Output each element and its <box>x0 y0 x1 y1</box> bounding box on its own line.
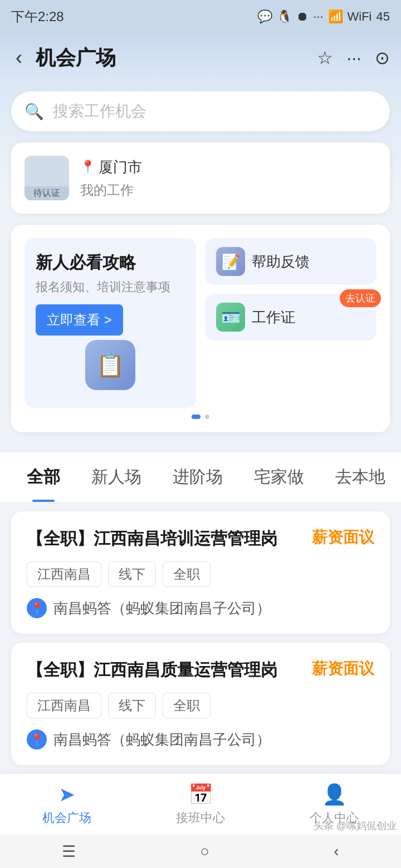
job-company-0: 📍南昌蚂答（蚂蚁集团南昌子公司） <box>27 598 374 618</box>
help-icon: 📝 <box>216 247 245 276</box>
dot-active <box>192 415 200 419</box>
jobs-list: 【全职】江西南昌培训运营管理岗薪资面议江西南昌线下全职📍南昌蚂答（蚂蚁集团南昌子… <box>11 511 390 774</box>
job-salary-1: 薪资面议 <box>312 658 374 679</box>
tab-item-新人场[interactable]: 新人场 <box>76 452 157 502</box>
banner-image: 📋 <box>36 340 185 394</box>
battery-icon: 45 <box>376 9 390 24</box>
more-dots-icon: ··· <box>313 9 323 24</box>
job-tag: 全职 <box>163 693 211 718</box>
cert-icon: 🪪 <box>216 303 245 332</box>
profile-location: 📍 厦门市 <box>80 157 376 177</box>
job-company-1: 📍南昌蚂答（蚂蚁集团南昌子公司） <box>27 729 374 749</box>
job-salary-0: 薪资面议 <box>312 527 374 548</box>
bottom-nav-icon-0: ➤ <box>58 783 75 806</box>
search-icon: 🔍 <box>25 102 44 121</box>
job-card-0[interactable]: 【全职】江西南昌培训运营管理岗薪资面议江西南昌线下全职📍南昌蚂答（蚂蚁集团南昌子… <box>11 511 390 634</box>
banner-title: 新人必看攻略 <box>36 251 185 274</box>
banner-cta-button[interactable]: 立即查看 > <box>36 304 123 336</box>
home-circle-icon[interactable]: ○ <box>200 842 209 860</box>
location-text: 厦门市 <box>99 157 142 177</box>
tab-item-去本地[interactable]: 去本地 <box>320 452 401 502</box>
nav-action-icons: ☆ ··· ⊙ <box>317 47 390 68</box>
signal-icon: 📶 <box>328 9 343 24</box>
job-title-0: 【全职】江西南昌培训运营管理岗 <box>27 527 305 550</box>
work-cert-card[interactable]: 🪪 工作证 去认证 <box>205 294 376 341</box>
menu-icon[interactable]: ☰ <box>62 842 76 861</box>
banner-illustration: 📋 <box>85 340 135 390</box>
bottom-nav-label-1: 接班中心 <box>176 810 225 826</box>
company-name: 南昌蚂答（蚂蚁集团南昌子公司） <box>53 730 271 749</box>
bottom-nav-icon-2: 👤 <box>322 783 347 806</box>
tab-item-全部[interactable]: 全部 <box>11 452 76 502</box>
system-bar: ☰ ○ ‹ <box>0 835 401 868</box>
search-input[interactable]: 搜索工作机会 <box>53 101 146 122</box>
banner-subtitle: 报名须知、培训注意事项 <box>36 279 185 295</box>
record-icon: ⏺ <box>296 9 309 24</box>
bottom-nav-item-接班中心[interactable]: 📅接班中心 <box>176 783 225 826</box>
system-back-icon[interactable]: ‹ <box>334 842 339 860</box>
wechat-icon: 💬 <box>257 9 272 24</box>
status-bar: 下午2:28 💬 🐧 ⏺ ··· 📶 WiFi 45 <box>0 0 401 33</box>
job-tag: 江西南昌 <box>27 561 101 587</box>
company-pin-icon: 📍 <box>27 598 47 618</box>
top-nav: ‹ 机会广场 ☆ ··· ⊙ <box>0 33 401 82</box>
status-icons: 💬 🐧 ⏺ ··· 📶 WiFi 45 <box>257 9 390 24</box>
status-time: 下午2:28 <box>11 8 64 26</box>
job-title-1: 【全职】江西南昌质量运营管理岗 <box>27 658 305 682</box>
tab-item-进阶场[interactable]: 进阶场 <box>157 452 238 502</box>
tab-item-宅家做[interactable]: 宅家做 <box>238 452 320 502</box>
job-tag: 江西南昌 <box>27 693 101 718</box>
avatar-badge: 待认证 <box>25 186 69 200</box>
company-pin-icon: 📍 <box>27 729 47 749</box>
page-title: 机会广场 <box>36 45 308 72</box>
job-tag: 全职 <box>163 561 211 587</box>
watermark: 头条 @嗦妈侃创业 <box>314 819 397 832</box>
wifi-icon: WiFi <box>348 9 372 24</box>
banner-grid: 新人必看攻略 报名须知、培训注意事项 立即查看 > 📋 📝 帮助反馈 🪪 工作证… <box>25 238 376 408</box>
job-card-1[interactable]: 【全职】江西南昌质量运营管理岗薪资面议江西南昌线下全职📍南昌蚂答（蚂蚁集团南昌子… <box>11 643 390 765</box>
cert-label: 工作证 <box>252 308 295 327</box>
location-pin-icon: 📍 <box>80 160 95 174</box>
bottom-nav-item-机会广场[interactable]: ➤机会广场 <box>42 783 91 826</box>
search-bar[interactable]: 🔍 搜索工作机会 <box>11 91 390 131</box>
job-tag: 线下 <box>108 561 156 587</box>
profile-avatar: 待认证 <box>25 156 69 200</box>
help-feedback-card[interactable]: 📝 帮助反馈 <box>205 238 376 285</box>
bottom-nav-label-0: 机会广场 <box>42 810 91 826</box>
bottom-nav-icon-1: 📅 <box>188 783 213 806</box>
company-name: 南昌蚂答（蚂蚁集团南昌子公司） <box>53 599 271 618</box>
notification-icon: 🐧 <box>277 9 292 24</box>
banner-dots <box>25 415 376 419</box>
profile-info: 📍 厦门市 我的工作 <box>80 157 376 199</box>
favorite-icon[interactable]: ☆ <box>317 47 333 68</box>
back-button[interactable]: ‹ <box>11 42 27 74</box>
banner-left-card: 新人必看攻略 报名须知、培训注意事项 立即查看 > 📋 <box>25 238 196 408</box>
help-label: 帮助反馈 <box>252 252 310 272</box>
profile-work-label: 我的工作 <box>80 181 376 199</box>
banner-section: 新人必看攻略 报名须知、培训注意事项 立即查看 > 📋 📝 帮助反馈 🪪 工作证… <box>11 225 390 432</box>
job-tag: 线下 <box>108 693 156 718</box>
banner-right-cards: 📝 帮助反馈 🪪 工作证 去认证 <box>205 238 376 408</box>
dot-inactive <box>205 415 209 419</box>
category-tabs: 全部新人场进阶场宅家做去本地 <box>0 452 401 502</box>
main-content: 🔍 搜索工作机会 待认证 📍 厦门市 我的工作 新人必看攻略 报名须知、培训注意… <box>0 82 401 452</box>
cert-badge[interactable]: 去认证 <box>340 289 381 307</box>
camera-icon[interactable]: ⊙ <box>375 47 390 68</box>
more-icon[interactable]: ··· <box>346 48 361 68</box>
profile-card: 待认证 📍 厦门市 我的工作 <box>11 142 390 214</box>
